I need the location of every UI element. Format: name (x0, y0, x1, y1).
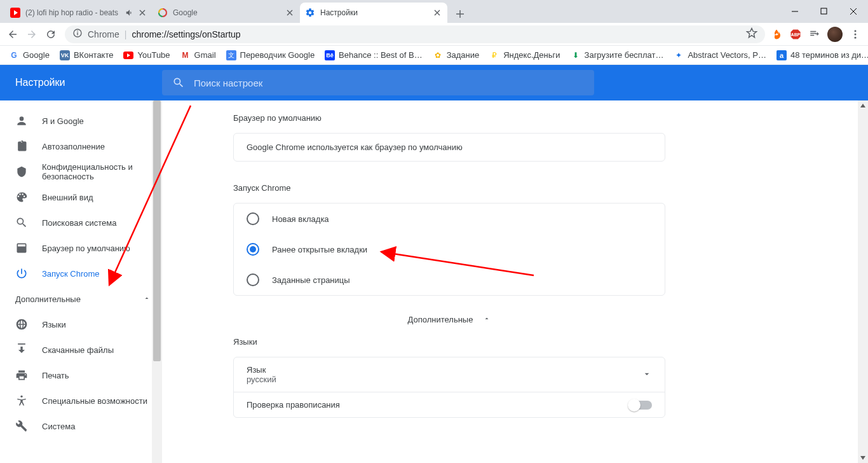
shield-icon (15, 165, 28, 178)
sidebar-section-advanced[interactable]: Дополнительные (0, 286, 162, 312)
close-icon[interactable] (137, 8, 147, 18)
sidebar-item-on-startup[interactable]: Запуск Chrome (0, 261, 162, 286)
bookmark-item[interactable]: ✿Задание (429, 48, 484, 63)
extension-flame-icon[interactable] (770, 28, 783, 41)
chevron-up-icon (143, 294, 151, 304)
reload-button[interactable] (42, 25, 60, 43)
radio-icon (247, 273, 259, 286)
search-icon (15, 216, 28, 229)
chevron-up-icon (483, 315, 491, 324)
audio-icon[interactable] (125, 8, 135, 18)
sidebar-item-privacy[interactable]: Конфиденциальность и безопасность (0, 159, 162, 184)
toggle-switch[interactable] (629, 401, 652, 410)
bookmark-item[interactable]: YouTube (119, 48, 173, 63)
close-icon[interactable] (432, 8, 442, 18)
clipboard-icon (15, 140, 28, 153)
svg-rect-5 (77, 32, 78, 36)
site-info-icon[interactable] (72, 28, 83, 40)
tab-title: (2) lofi hip hop radio - beats (25, 8, 122, 17)
svg-rect-6 (77, 31, 78, 31)
forward-button (23, 25, 41, 43)
download-icon (15, 343, 28, 356)
menu-icon[interactable] (849, 28, 862, 41)
sidebar-item-system[interactable]: Система (0, 413, 162, 439)
section-title-languages: Языки (233, 337, 665, 347)
sidebar-item-appearance[interactable]: Внешний вид (0, 184, 162, 210)
window-maximize-button[interactable] (810, 1, 839, 22)
sidebar-item-search-engine[interactable]: Поисковая система (0, 210, 162, 235)
palette-icon (15, 191, 28, 204)
youtube-icon (10, 8, 20, 18)
window-minimize-button[interactable] (780, 1, 810, 22)
bookmark-item[interactable]: BēBehance :: Best of B… (321, 48, 426, 63)
reading-list-icon[interactable] (808, 28, 821, 41)
browser-tab-2[interactable]: Настройки (300, 3, 447, 23)
svg-point-9 (855, 30, 857, 32)
default-browser-status: Google Chrome используется как браузер п… (234, 134, 665, 161)
sidebar-item-accessibility[interactable]: Специальные возможности (0, 388, 162, 413)
browser-icon (15, 242, 28, 254)
radio-icon (247, 243, 259, 256)
bookmark-item[interactable]: a48 терминов из ди… (773, 48, 868, 63)
bookmarks-bar: GGoogle VKВКонтакте YouTube MGmail 文Пере… (0, 46, 868, 65)
startup-option-specific[interactable]: Заданные страницы (234, 265, 665, 295)
section-title-on-startup: Запуск Chrome (233, 183, 665, 193)
startup-option-continue[interactable]: Ранее открытые вкладки (234, 234, 665, 265)
bookmark-item[interactable]: VKВКонтакте (56, 48, 118, 63)
tab-title: Google (173, 8, 282, 17)
print-icon (15, 369, 28, 382)
svg-point-14 (20, 396, 22, 397)
sidebar-item-autofill[interactable]: Автозаполнение (0, 134, 162, 159)
star-icon[interactable] (746, 27, 757, 41)
window-close-button[interactable] (839, 1, 868, 22)
sidebar-item-languages[interactable]: Языки (0, 312, 162, 337)
extension-adblock-icon[interactable]: ABP (789, 28, 802, 41)
browser-tab-1[interactable]: Google (153, 3, 300, 23)
bookmark-item[interactable]: GGoogle (5, 48, 53, 63)
sidebar-item-downloads[interactable]: Скачанные файлы (0, 337, 162, 363)
power-icon (15, 267, 28, 280)
bookmark-item[interactable]: 文Переводчик Google (222, 48, 319, 63)
sidebar-item-you-and-google[interactable]: Я и Google (0, 108, 162, 134)
settings-icon (305, 8, 315, 18)
globe-icon (15, 318, 28, 331)
browser-tab-0[interactable]: (2) lofi hip hop radio - beats (5, 3, 153, 23)
sidebar-item-printing[interactable]: Печать (0, 363, 162, 388)
startup-option-newtab[interactable]: Новая вкладка (234, 204, 665, 234)
sidebar-scrollbar[interactable] (152, 100, 162, 463)
wrench-icon (15, 420, 28, 432)
svg-text:ABP: ABP (791, 32, 801, 37)
back-button[interactable] (4, 25, 22, 43)
bookmark-item[interactable]: ₽Яндекс.Деньги (485, 48, 564, 63)
google-icon (158, 8, 168, 18)
advanced-toggle[interactable]: Дополнительные (233, 296, 665, 337)
svg-rect-3 (821, 8, 827, 14)
close-icon[interactable] (285, 8, 295, 18)
language-row[interactable]: Язык русский (234, 357, 665, 392)
spellcheck-row[interactable]: Проверка правописания (234, 392, 665, 417)
svg-point-10 (855, 33, 857, 35)
address-bar[interactable]: Chrome | chrome://settings/onStartup (65, 25, 765, 43)
new-tab-button[interactable] (451, 5, 469, 23)
bookmark-item[interactable]: MGmail (177, 48, 220, 63)
tab-title: Настройки (320, 8, 430, 17)
chevron-down-icon (642, 369, 652, 381)
radio-icon (247, 212, 259, 225)
svg-point-11 (855, 36, 857, 38)
settings-search[interactable] (162, 70, 594, 95)
settings-search-input[interactable] (194, 78, 584, 88)
person-icon (15, 114, 28, 127)
profile-avatar[interactable] (827, 27, 843, 42)
bookmark-item[interactable]: ✦Abstract Vectors, P… (670, 48, 770, 63)
sidebar-item-default-browser[interactable]: Браузер по умолчанию (0, 235, 162, 261)
omnibox-url: chrome://settings/onStartup (132, 29, 240, 39)
accessibility-icon (15, 394, 28, 407)
section-title-default-browser: Браузер по умолчанию (233, 113, 665, 123)
content-scrollbar[interactable] (858, 100, 868, 463)
omnibox-chip: Chrome (88, 29, 119, 39)
page-title: Настройки (0, 77, 162, 88)
bookmark-item[interactable]: ⬇Загрузите бесплат… (567, 48, 668, 63)
